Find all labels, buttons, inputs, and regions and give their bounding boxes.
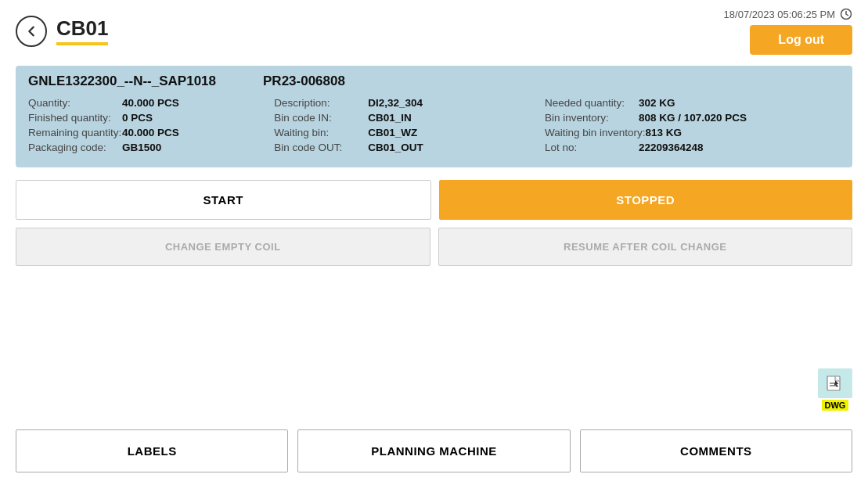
info-code2: PR23-006808 <box>263 74 345 89</box>
info-row-finished: Finished quantity: 0 PCS <box>28 112 274 124</box>
info-row-packaging: Packaging code: GB1500 <box>28 142 274 153</box>
info-row-bin-out: Bin code OUT: CB01_OUT <box>274 142 545 153</box>
waiting-bin-label: Waiting bin: <box>274 127 368 138</box>
info-row-bin-inventory: Bin inventory: 808 KG / 107.020 PCS <box>545 112 840 124</box>
action-row-2: CHANGE EMPTY COIL RESUME AFTER COIL CHAN… <box>16 228 852 266</box>
info-row-waiting-inventory: Waiting bin inventory: 813 KG <box>545 127 840 138</box>
info-row-bin-in: Bin code IN: CB01_IN <box>274 112 545 124</box>
labels-button[interactable]: LABELS <box>16 429 288 472</box>
info-row-quantity: Quantity: 40.000 PCS <box>28 97 274 109</box>
info-row-needed: Needed quantity: 302 KG <box>545 97 840 109</box>
resume-coil-button[interactable]: RESUME AFTER COIL CHANGE <box>438 228 853 266</box>
datetime-text: 18/07/2023 05:06:25 PM <box>724 9 835 20</box>
title-underline <box>56 42 108 45</box>
quantity-label: Quantity: <box>28 97 122 109</box>
remaining-label: Remaining quantity: <box>28 127 122 138</box>
waiting-inventory-value: 813 KG <box>645 127 682 138</box>
back-button[interactable] <box>16 16 47 47</box>
planning-machine-button[interactable]: PLANNING MACHINE <box>297 429 570 472</box>
page-title: CB01 <box>56 17 108 40</box>
info-mid-col: Description: DI2,32_304 Bin code IN: CB0… <box>274 97 545 156</box>
bin-in-value: CB01_IN <box>368 112 412 124</box>
description-value: DI2,32_304 <box>368 97 423 109</box>
bin-out-value: CB01_OUT <box>368 142 423 153</box>
quantity-value: 40.000 PCS <box>122 97 179 109</box>
dwg-button[interactable] <box>818 368 852 398</box>
waiting-bin-value: CB01_WZ <box>368 127 417 138</box>
header: CB01 18/07/2023 05:06:25 PM Log out <box>0 0 868 55</box>
lot-value: 22209364248 <box>639 142 704 153</box>
dwg-area: DWG <box>818 368 852 411</box>
action-row-1: START STOPPED <box>16 180 852 220</box>
datetime-row: 18/07/2023 05:06:25 PM <box>724 8 852 20</box>
logout-button[interactable]: Log out <box>750 25 852 55</box>
info-body: Quantity: 40.000 PCS Finished quantity: … <box>28 97 840 156</box>
dwg-label: DWG <box>822 400 849 411</box>
info-left-col: Quantity: 40.000 PCS Finished quantity: … <box>28 97 274 156</box>
footer-buttons: LABELS PLANNING MACHINE COMMENTS <box>16 429 852 472</box>
lot-label: Lot no: <box>545 142 639 153</box>
change-coil-button[interactable]: CHANGE EMPTY COIL <box>16 228 430 266</box>
info-row-remaining: Remaining quantity: 40.000 PCS <box>28 127 274 138</box>
title-block: CB01 <box>56 17 108 45</box>
bin-inventory-value: 808 KG / 107.020 PCS <box>639 112 747 124</box>
info-right-col: Needed quantity: 302 KG Bin inventory: 8… <box>545 97 840 156</box>
info-row-description: Description: DI2,32_304 <box>274 97 545 109</box>
header-left: CB01 <box>16 16 108 47</box>
info-code1: GNLE1322300_--N--_SAP1018 <box>28 74 216 89</box>
comments-button[interactable]: COMMENTS <box>580 429 852 472</box>
stopped-button[interactable]: STOPPED <box>439 180 853 220</box>
remaining-value: 40.000 PCS <box>122 127 179 138</box>
start-button[interactable]: START <box>16 180 431 220</box>
waiting-inventory-label: Waiting bin inventory: <box>545 127 646 138</box>
actions: START STOPPED CHANGE EMPTY COIL RESUME A… <box>16 180 852 266</box>
bin-in-label: Bin code IN: <box>274 112 368 124</box>
description-label: Description: <box>274 97 368 109</box>
bin-out-label: Bin code OUT: <box>274 142 368 153</box>
packaging-label: Packaging code: <box>28 142 122 153</box>
dwg-icon <box>825 373 845 393</box>
needed-label: Needed quantity: <box>545 97 639 109</box>
info-header: GNLE1322300_--N--_SAP1018 PR23-006808 <box>28 74 840 89</box>
bin-inventory-label: Bin inventory: <box>545 112 639 124</box>
clock-icon <box>840 8 852 20</box>
info-row-waiting-bin: Waiting bin: CB01_WZ <box>274 127 545 138</box>
finished-value: 0 PCS <box>122 112 153 124</box>
packaging-value: GB1500 <box>122 142 161 153</box>
needed-value: 302 KG <box>639 97 675 109</box>
header-right: 18/07/2023 05:06:25 PM Log out <box>724 8 852 55</box>
info-row-lot: Lot no: 22209364248 <box>545 142 840 153</box>
finished-label: Finished quantity: <box>28 112 122 124</box>
info-panel: GNLE1322300_--N--_SAP1018 PR23-006808 Qu… <box>16 66 852 167</box>
